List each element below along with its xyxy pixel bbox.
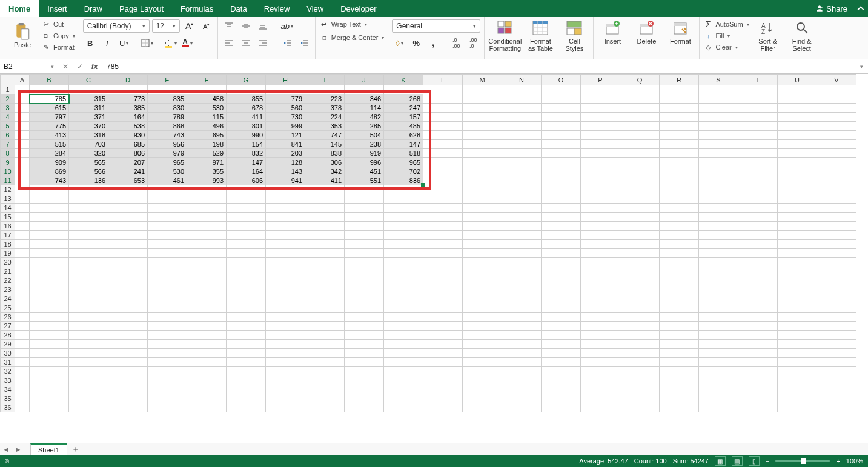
- cell-F1[interactable]: [187, 85, 227, 94]
- cell-K28[interactable]: [384, 331, 423, 340]
- cell-B29[interactable]: [30, 340, 69, 349]
- cell-V1[interactable]: [817, 85, 856, 94]
- cell-H20[interactable]: [266, 258, 305, 267]
- cell-A30[interactable]: [15, 349, 30, 358]
- cell-V15[interactable]: [817, 213, 856, 222]
- italic-button[interactable]: I: [100, 36, 114, 50]
- cell-I25[interactable]: [305, 303, 345, 313]
- cell-K18[interactable]: [384, 240, 423, 249]
- spreadsheet-grid[interactable]: ABCDEFGHIJKLMNOPQRSTUV127853157738354588…: [0, 74, 868, 443]
- cell-B17[interactable]: [30, 231, 69, 240]
- cell-S8[interactable]: [699, 149, 738, 158]
- cell-I24[interactable]: [305, 294, 345, 303]
- cell-E19[interactable]: [148, 249, 187, 258]
- cell-K30[interactable]: [384, 349, 423, 358]
- cell-I2[interactable]: 223: [305, 94, 345, 104]
- cell-F10[interactable]: 355: [187, 167, 227, 176]
- find-select-button[interactable]: Find & Select: [787, 19, 817, 52]
- cell-M31[interactable]: [463, 358, 502, 367]
- cell-S5[interactable]: [699, 122, 738, 131]
- cell-P36[interactable]: [581, 403, 620, 412]
- tab-developer[interactable]: Developer: [332, 0, 385, 17]
- cell-C3[interactable]: 311: [69, 104, 108, 113]
- cell-M25[interactable]: [463, 303, 502, 313]
- cell-V3[interactable]: [817, 104, 856, 113]
- cell-K36[interactable]: [384, 403, 423, 412]
- cell-I14[interactable]: [305, 204, 345, 213]
- cell-S34[interactable]: [699, 385, 738, 394]
- cell-A9[interactable]: [15, 158, 30, 167]
- cell-T31[interactable]: [738, 358, 778, 367]
- conditional-formatting-button[interactable]: Conditional Formatting: [488, 19, 522, 52]
- cell-E31[interactable]: [148, 358, 187, 367]
- cell-N9[interactable]: [502, 158, 542, 167]
- cell-H5[interactable]: 999: [266, 122, 305, 131]
- cell-M20[interactable]: [463, 258, 502, 267]
- cell-U14[interactable]: [778, 204, 817, 213]
- col-header-Q[interactable]: Q: [620, 75, 660, 85]
- cell-G10[interactable]: 164: [227, 167, 266, 176]
- cell-E13[interactable]: [148, 194, 187, 204]
- cell-S7[interactable]: [699, 140, 738, 149]
- cell-B1[interactable]: [30, 85, 69, 94]
- cell-F22[interactable]: [187, 276, 227, 285]
- zoom-out-button[interactable]: −: [766, 457, 769, 465]
- col-header-G[interactable]: G: [227, 75, 266, 85]
- cell-F33[interactable]: [187, 376, 227, 385]
- cell-E26[interactable]: [148, 313, 187, 322]
- cell-P26[interactable]: [581, 313, 620, 322]
- cell-G3[interactable]: 678: [227, 104, 266, 113]
- cell-I12[interactable]: [305, 185, 345, 194]
- cell-M32[interactable]: [463, 367, 502, 376]
- cell-D5[interactable]: 538: [108, 122, 148, 131]
- cell-N21[interactable]: [502, 267, 542, 276]
- cell-P3[interactable]: [581, 104, 620, 113]
- cell-U33[interactable]: [778, 376, 817, 385]
- cell-D11[interactable]: 653: [108, 176, 148, 185]
- row-header-36[interactable]: 36: [1, 403, 15, 412]
- cell-I7[interactable]: 145: [305, 140, 345, 149]
- cell-U2[interactable]: [778, 94, 817, 104]
- cell-U30[interactable]: [778, 349, 817, 358]
- cell-R26[interactable]: [660, 313, 699, 322]
- cell-C23[interactable]: [69, 285, 108, 294]
- cell-E29[interactable]: [148, 340, 187, 349]
- cell-L15[interactable]: [423, 213, 463, 222]
- cell-D24[interactable]: [108, 294, 148, 303]
- cell-G35[interactable]: [227, 394, 266, 403]
- cell-Q7[interactable]: [620, 140, 660, 149]
- row-header-34[interactable]: 34: [1, 385, 15, 394]
- cell-I36[interactable]: [305, 403, 345, 412]
- cell-J28[interactable]: [345, 331, 384, 340]
- cell-S31[interactable]: [699, 358, 738, 367]
- cell-J13[interactable]: [345, 194, 384, 204]
- cell-D36[interactable]: [108, 403, 148, 412]
- cell-H10[interactable]: 143: [266, 167, 305, 176]
- cell-P32[interactable]: [581, 367, 620, 376]
- cell-L27[interactable]: [423, 322, 463, 331]
- cell-U4[interactable]: [778, 113, 817, 122]
- cell-K4[interactable]: 157: [384, 113, 423, 122]
- cell-M12[interactable]: [463, 185, 502, 194]
- cell-S15[interactable]: [699, 213, 738, 222]
- cell-I10[interactable]: 342: [305, 167, 345, 176]
- cell-A8[interactable]: [15, 149, 30, 158]
- col-header-V[interactable]: V: [817, 75, 856, 85]
- cell-N26[interactable]: [502, 313, 542, 322]
- cell-K26[interactable]: [384, 313, 423, 322]
- cell-K25[interactable]: [384, 303, 423, 313]
- cell-U15[interactable]: [778, 213, 817, 222]
- cell-M6[interactable]: [463, 131, 502, 140]
- cell-L34[interactable]: [423, 385, 463, 394]
- cell-U27[interactable]: [778, 322, 817, 331]
- cell-L25[interactable]: [423, 303, 463, 313]
- cell-L7[interactable]: [423, 140, 463, 149]
- row-header-6[interactable]: 6: [1, 131, 15, 140]
- cell-V17[interactable]: [817, 231, 856, 240]
- cell-K22[interactable]: [384, 276, 423, 285]
- cell-T32[interactable]: [738, 367, 778, 376]
- align-top-button[interactable]: [222, 19, 236, 33]
- row-header-7[interactable]: 7: [1, 140, 15, 149]
- cell-T29[interactable]: [738, 340, 778, 349]
- cell-H9[interactable]: 128: [266, 158, 305, 167]
